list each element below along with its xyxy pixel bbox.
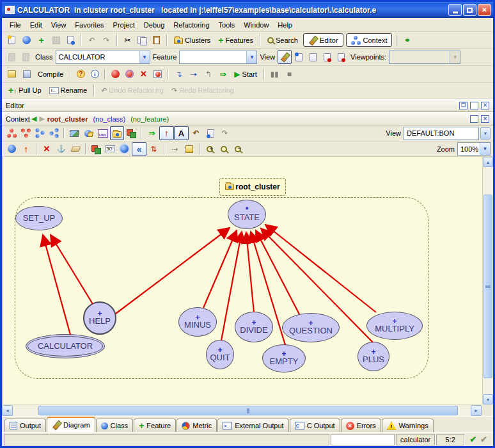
views-window-button[interactable] (124, 126, 138, 140)
diagram-undo-button[interactable]: ↶ (189, 126, 203, 140)
tab-external-output[interactable]: >_ External Output (217, 419, 288, 432)
diagram-view-combobox[interactable]: DEFAULT:BON (404, 127, 479, 140)
zoom-combobox[interactable]: 100% ▼ (457, 142, 491, 156)
fill-color-button[interactable] (89, 142, 103, 156)
copy-button[interactable] (135, 33, 149, 47)
vertical-scrollbar[interactable]: ▲ ▼ (482, 157, 493, 404)
context-maximize-button[interactable] (470, 115, 478, 123)
edge-minus-state[interactable] (203, 230, 237, 308)
menu-help[interactable]: Help (274, 20, 296, 30)
compile-button[interactable]: Compile (34, 67, 67, 81)
add-note-button[interactable] (182, 142, 196, 156)
straighten-links-button[interactable]: « (132, 142, 146, 156)
edge-calculator-setup[interactable] (43, 235, 70, 335)
history-forward-button[interactable] (19, 50, 33, 64)
context-class-link[interactable]: (no_class) (93, 115, 125, 123)
export-png-button[interactable] (67, 126, 81, 140)
tab-c-output[interactable]: C C Output (290, 419, 340, 432)
undo-refactoring-button[interactable]: ↶ Undo Refactoring (97, 83, 168, 97)
show-suppliers-button[interactable] (47, 126, 61, 140)
tab-output[interactable]: Output (4, 419, 46, 432)
zoom-out-button[interactable]: − (231, 142, 245, 156)
run-to-cursor-button[interactable]: ⇒ (216, 67, 230, 81)
erase-button[interactable] (68, 142, 82, 156)
show-clients-button[interactable] (33, 126, 47, 140)
tab-feature[interactable]: + Feature (134, 419, 176, 432)
editor-toggle-button[interactable]: Editor (303, 33, 343, 47)
vertical-scroll-track[interactable] (483, 167, 493, 394)
title-bar[interactable]: CALCULATOR in cluster root_cluster locat… (2, 2, 493, 18)
breakpoint-disable-button[interactable] (122, 67, 136, 81)
menu-refactoring[interactable]: Refactoring (169, 20, 213, 30)
snap-angle-button[interactable]: 30° (103, 142, 117, 156)
maximize-button[interactable] (463, 4, 476, 16)
view-editor-button[interactable] (278, 50, 292, 64)
editor-close-button[interactable]: ✕ (481, 102, 489, 109)
diagram-history-button[interactable] (203, 126, 217, 140)
edge-divide-state[interactable] (246, 232, 254, 312)
client-links-button[interactable]: ⇒ (145, 126, 159, 140)
compile-info-button[interactable]: ? (74, 67, 88, 81)
context-back-button[interactable]: ◀ (31, 115, 36, 123)
viewpoints-combobox[interactable]: ▼ (389, 51, 460, 64)
context-cluster-link[interactable]: root_cluster (47, 115, 88, 123)
zoom-in-button[interactable]: + (203, 142, 217, 156)
open-button[interactable] (19, 33, 34, 47)
show-descendants-button[interactable] (19, 126, 33, 140)
horizontal-scroll-track[interactable] (13, 405, 471, 416)
pull-up-button[interactable]: +↑ Pull Up (4, 83, 45, 97)
edge-question-state[interactable] (256, 230, 299, 314)
class-combo-arrow-icon[interactable]: ▼ (139, 51, 150, 63)
redo-refactoring-button[interactable]: ↷ Redo Refactoring (168, 83, 238, 97)
context-forward-button[interactable]: ▶ (39, 115, 44, 123)
horizontal-scrollbar[interactable]: ◄ ► (2, 404, 482, 416)
link-tool-button[interactable]: ⇢ (168, 142, 182, 156)
scroll-up-button[interactable]: ▲ (483, 157, 493, 167)
cluster-label-box[interactable]: root_cluster (219, 178, 286, 196)
menu-tools[interactable]: Tools (215, 20, 239, 30)
view-flat-contract-button[interactable] (334, 50, 348, 64)
delete-button[interactable]: ✕ (40, 142, 54, 156)
step-into-button[interactable]: ↴ (171, 67, 186, 81)
freeze-button[interactable] (19, 67, 34, 81)
uml-view-button[interactable]: UML (96, 126, 110, 140)
clusters-button[interactable]: Clusters (170, 33, 214, 47)
unanchor-button[interactable]: ⚓ (54, 142, 68, 156)
horizontal-scroll-thumb[interactable] (38, 406, 458, 415)
pause-button[interactable]: ▮▮ (267, 67, 282, 81)
project-info-button[interactable]: i (88, 67, 102, 81)
add-class-button[interactable]: + (34, 33, 49, 47)
undo-button[interactable]: ↶ (84, 33, 99, 47)
history-back-button[interactable] (4, 50, 19, 64)
stop-button[interactable]: ■ (282, 67, 297, 81)
cluster-view-button[interactable] (110, 126, 124, 140)
scroll-right-button[interactable]: ► (471, 405, 482, 416)
edge-help-setup[interactable] (51, 235, 93, 304)
new-file-button[interactable] (4, 33, 19, 47)
feature-combo-arrow-icon[interactable]: ▼ (246, 51, 256, 63)
context-close-button[interactable]: ✕ (481, 115, 489, 123)
create-class-button[interactable] (4, 142, 19, 156)
zoom-fit-button[interactable] (217, 142, 231, 156)
rename-button[interactable]: I... Rename (45, 83, 91, 97)
tab-diagram[interactable]: Diagram (47, 417, 95, 432)
step-over-button[interactable]: ⇢ (186, 67, 201, 81)
search-button[interactable]: Search (263, 33, 302, 47)
menu-file[interactable]: File (6, 20, 25, 30)
editor-maximize-button[interactable] (470, 102, 478, 109)
view-contract-button[interactable] (306, 50, 320, 64)
tab-warnings[interactable]: ! Warnings (382, 419, 434, 432)
inheritance-links-button[interactable]: ↑ (159, 126, 174, 140)
tab-class[interactable]: Class (96, 419, 134, 432)
external-commands-button[interactable]: ⚭ (400, 33, 414, 47)
menu-view[interactable]: View (47, 20, 70, 30)
tab-errors[interactable]: ✕ Errors (341, 419, 381, 432)
editor-restore-button[interactable]: ❐ (459, 102, 468, 109)
view-interface-button[interactable] (320, 50, 334, 64)
close-button[interactable]: ✕ (478, 4, 491, 16)
vertical-scroll-thumb[interactable] (483, 195, 492, 378)
cut-button[interactable]: ✂ (120, 33, 135, 47)
context-feature-link[interactable]: (no_feature) (130, 115, 169, 123)
view-flat-button[interactable] (292, 50, 306, 64)
edge-help-state[interactable] (116, 228, 230, 314)
